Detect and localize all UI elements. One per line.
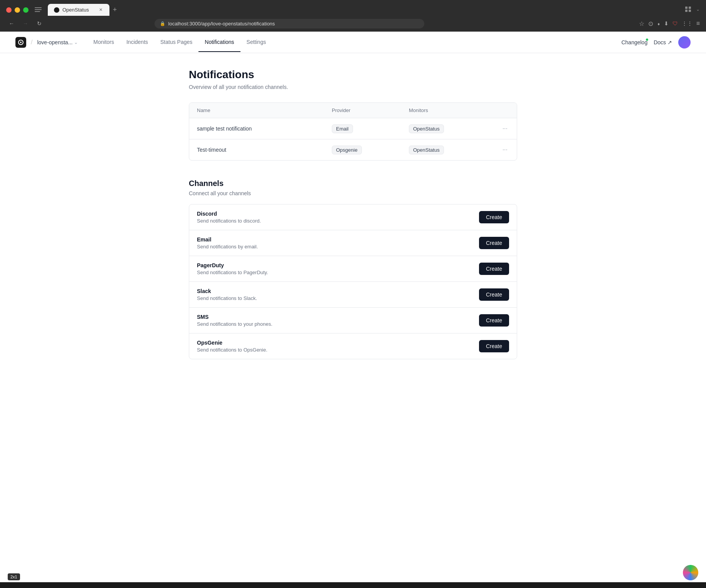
bookmark-star-icon[interactable]: ☆ — [639, 20, 644, 27]
changelog-dot — [646, 39, 648, 41]
monitor-badge-2: OpenStatus — [409, 146, 444, 154]
docs-button[interactable]: Docs ↗ — [654, 39, 672, 45]
download-icon[interactable]: ⬇ — [664, 20, 669, 27]
sidebar-toggle[interactable] — [35, 7, 42, 13]
channel-sms-name: SMS — [197, 314, 272, 320]
forward-button[interactable]: → — [20, 18, 31, 29]
channel-opsgenie-name: OpsGenie — [197, 340, 267, 346]
page-title: Notifications — [189, 69, 517, 81]
col-provider: Provider — [332, 107, 409, 113]
brand-logo[interactable] — [15, 37, 26, 48]
channel-pagerduty: PagerDuty Send notifications to PagerDut… — [189, 256, 517, 282]
nav-right: Changelog Docs ↗ — [621, 36, 691, 49]
channels-section: Channels Connect all your channels Disco… — [189, 179, 517, 359]
col-name: Name — [197, 107, 332, 113]
tab-monitors[interactable]: Monitors — [87, 33, 120, 52]
channel-slack-name: Slack — [197, 288, 257, 294]
changelog-button[interactable]: Changelog — [621, 39, 647, 45]
provider-badge-opsgenie: Opsgenie — [332, 146, 362, 154]
channel-sms-desc: Send notifications to your phones. — [197, 321, 272, 327]
row-1-name: sample test notification — [197, 126, 332, 132]
maximize-button[interactable] — [23, 7, 29, 13]
col-monitors: Monitors — [409, 107, 486, 113]
tab-status-pages[interactable]: Status Pages — [154, 33, 198, 52]
channels-list: Discord Send notifications to discord. C… — [189, 204, 517, 359]
create-email-button[interactable]: Create — [479, 237, 509, 249]
channel-email: Email Send notifications by email. Creat… — [189, 230, 517, 256]
nav-separator: / — [31, 39, 32, 46]
lock-icon: 🔒 — [160, 21, 165, 26]
channel-email-name: Email — [197, 236, 258, 243]
channel-opsgenie: OpsGenie Send notifications to OpsGenie.… — [189, 333, 517, 359]
active-tab[interactable]: OpenStatus ✕ — [48, 4, 109, 16]
channels-subtitle: Connect all your channels — [189, 190, 517, 196]
svg-point-1 — [20, 42, 22, 43]
new-tab-button[interactable]: + — [109, 5, 120, 15]
channel-pagerduty-desc: Send notifications to PagerDuty. — [197, 270, 268, 275]
row-2-monitors: OpenStatus — [409, 146, 486, 154]
provider-badge-email: Email — [332, 124, 353, 133]
tab-favicon — [54, 7, 59, 13]
url-display: localhost:3000/app/love-openstatus/notif… — [168, 21, 419, 27]
avatar[interactable] — [678, 36, 691, 49]
create-pagerduty-button[interactable]: Create — [479, 263, 509, 275]
row-1-monitors: OpenStatus — [409, 124, 486, 133]
monitor-badge-1: OpenStatus — [409, 124, 444, 133]
tab-incidents[interactable]: Incidents — [120, 33, 154, 52]
row-1-actions: ··· — [486, 124, 509, 134]
profile-icon[interactable]: ⊙ — [648, 20, 653, 27]
workspace-chevron: ⌄ — [74, 40, 78, 45]
corner-decoration — [683, 565, 698, 580]
minimize-button[interactable] — [15, 7, 20, 13]
chevron-down-icon[interactable]: ⌄ — [696, 7, 700, 12]
grid-apps-icon[interactable]: ⋮⋮ — [682, 20, 693, 27]
row-2-name: Test-timeout — [197, 147, 332, 153]
address-bar-row: ← → ↻ 🔒 localhost:3000/app/love-openstat… — [0, 16, 706, 31]
create-slack-button[interactable]: Create — [479, 288, 509, 301]
channel-discord-desc: Send notifications to discord. — [197, 218, 261, 224]
scale-badge: 2x1 — [8, 573, 20, 580]
channel-discord-name: Discord — [197, 211, 261, 217]
tab-notifications[interactable]: Notifications — [198, 33, 240, 52]
table-header: Name Provider Monitors — [189, 103, 517, 118]
workspace-selector[interactable]: love-opensta... ⌄ — [37, 39, 78, 45]
create-opsgenie-button[interactable]: Create — [479, 340, 509, 352]
row-2-actions: ··· — [486, 145, 509, 155]
tab-close-button[interactable]: ✕ — [98, 7, 103, 13]
create-sms-button[interactable]: Create — [479, 314, 509, 327]
workspace-name: love-opensta... — [37, 39, 72, 45]
back-button[interactable]: ← — [6, 18, 17, 29]
row-2-provider: Opsgenie — [332, 146, 409, 154]
close-button[interactable] — [6, 7, 12, 13]
page-subtitle: Overview of all your notification channe… — [189, 84, 517, 90]
channel-discord: Discord Send notifications to discord. C… — [189, 204, 517, 230]
channels-title: Channels — [189, 179, 517, 188]
channel-pagerduty-name: PagerDuty — [197, 262, 268, 268]
create-discord-button[interactable]: Create — [479, 211, 509, 223]
page-content: Notifications Overview of all your notif… — [180, 53, 526, 375]
menu-icon[interactable]: ≡ — [696, 20, 700, 27]
tab-title: OpenStatus — [62, 7, 89, 13]
app-container: / love-opensta... ⌄ Monitors Incidents S… — [0, 32, 706, 582]
row-1-provider: Email — [332, 124, 409, 133]
extensions-icon[interactable]: ⬧ — [657, 20, 660, 27]
reload-button[interactable]: ↻ — [34, 18, 45, 29]
row-1-menu-button[interactable]: ··· — [501, 124, 509, 134]
address-bar[interactable]: 🔒 localhost:3000/app/love-openstatus/not… — [155, 19, 424, 28]
top-nav: / love-opensta... ⌄ Monitors Incidents S… — [0, 32, 706, 53]
tab-settings[interactable]: Settings — [240, 33, 272, 52]
nav-tabs: Monitors Incidents Status Pages Notifica… — [87, 33, 621, 52]
channel-slack: Slack Send notifications to Slack. Creat… — [189, 282, 517, 308]
row-2-menu-button[interactable]: ··· — [501, 145, 509, 155]
channel-sms: SMS Send notifications to your phones. C… — [189, 308, 517, 333]
notifications-table: Name Provider Monitors sample test notif… — [189, 102, 517, 161]
table-row: sample test notification Email OpenStatu… — [189, 118, 517, 139]
col-actions — [486, 107, 509, 113]
table-row: Test-timeout Opsgenie OpenStatus ··· — [189, 139, 517, 160]
browser-chrome: OpenStatus ✕ + ⌄ ← → ↻ 🔒 localhost:3000/… — [0, 0, 706, 32]
channel-opsgenie-desc: Send notifications to OpsGenie. — [197, 347, 267, 353]
channel-email-desc: Send notifications by email. — [197, 244, 258, 250]
channel-slack-desc: Send notifications to Slack. — [197, 295, 257, 301]
grid-icon[interactable] — [685, 7, 691, 12]
shield-icon[interactable]: 🛡 — [672, 20, 678, 27]
